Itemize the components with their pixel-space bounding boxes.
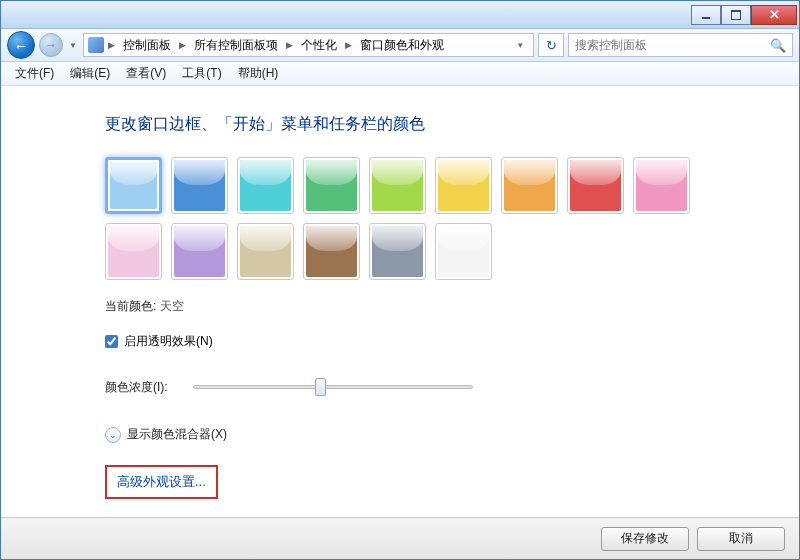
- advanced-row: 高级外观设置...: [105, 465, 799, 499]
- save-button[interactable]: 保存修改: [601, 527, 689, 551]
- transparency-checkbox[interactable]: [105, 335, 118, 348]
- color-swatch[interactable]: [105, 223, 162, 280]
- current-color-row: 当前颜色: 天空: [105, 298, 799, 315]
- back-button[interactable]: ←: [7, 31, 35, 59]
- chevron-right-icon: ▶: [106, 40, 117, 50]
- advanced-appearance-link[interactable]: 高级外观设置...: [117, 474, 206, 489]
- refresh-icon: ↻: [546, 38, 557, 53]
- content-area: 更改窗口边框、「开始」菜单和任务栏的颜色 当前颜色: 天空 启用透明效果(N) …: [1, 86, 799, 517]
- refresh-button[interactable]: ↻: [538, 33, 564, 57]
- color-swatch[interactable]: [369, 223, 426, 280]
- color-swatch[interactable]: [633, 157, 690, 214]
- breadcrumb-item[interactable]: 控制面板: [119, 35, 175, 56]
- search-box[interactable]: 🔍: [568, 33, 793, 57]
- search-icon[interactable]: 🔍: [770, 38, 786, 53]
- mixer-label: 显示颜色混合器(X): [127, 426, 227, 443]
- chevron-right-icon: ▶: [284, 40, 295, 50]
- color-swatch[interactable]: [171, 157, 228, 214]
- color-swatch[interactable]: [105, 157, 162, 214]
- breadcrumb-item[interactable]: 个性化: [297, 35, 341, 56]
- search-input[interactable]: [575, 38, 770, 52]
- color-mixer-expander[interactable]: ⌄ 显示颜色混合器(X): [105, 426, 227, 443]
- breadcrumb[interactable]: ▶ 控制面板 ▶ 所有控制面板项 ▶ 个性化 ▶ 窗口颜色和外观 ▾: [83, 33, 534, 57]
- chevron-right-icon: ▶: [343, 40, 354, 50]
- intensity-label: 颜色浓度(I):: [105, 379, 175, 396]
- minimize-button[interactable]: [691, 5, 721, 25]
- highlight-box: 高级外观设置...: [105, 465, 218, 499]
- color-swatch[interactable]: [435, 157, 492, 214]
- color-swatches: [105, 157, 705, 280]
- color-swatch[interactable]: [171, 223, 228, 280]
- menu-view[interactable]: 查看(V): [120, 63, 172, 84]
- intensity-row: 颜色浓度(I):: [105, 378, 799, 396]
- history-dropdown[interactable]: ▼: [67, 35, 79, 55]
- color-swatch[interactable]: [237, 223, 294, 280]
- arrow-right-icon: →: [45, 38, 57, 52]
- menu-edit[interactable]: 编辑(E): [64, 63, 116, 84]
- maximize-button[interactable]: [721, 5, 751, 25]
- current-color-label: 当前颜色:: [105, 298, 156, 315]
- menu-tools[interactable]: 工具(T): [176, 63, 227, 84]
- color-swatch[interactable]: [501, 157, 558, 214]
- current-color-value: 天空: [160, 298, 184, 315]
- color-swatch[interactable]: [303, 223, 360, 280]
- cancel-button[interactable]: 取消: [697, 527, 785, 551]
- slider-rail: [193, 385, 473, 389]
- menubar: 文件(F) 编辑(E) 查看(V) 工具(T) 帮助(H): [1, 62, 799, 86]
- color-swatch[interactable]: [567, 157, 624, 214]
- control-panel-icon: [88, 37, 104, 53]
- transparency-row: 启用透明效果(N): [105, 333, 799, 350]
- color-swatch[interactable]: [369, 157, 426, 214]
- menu-file[interactable]: 文件(F): [9, 63, 60, 84]
- breadcrumb-item[interactable]: 所有控制面板项: [190, 35, 282, 56]
- forward-button[interactable]: →: [39, 33, 63, 57]
- chevron-down-icon: ⌄: [105, 427, 121, 443]
- arrow-left-icon: ←: [14, 37, 29, 54]
- color-swatch[interactable]: [303, 157, 360, 214]
- color-swatch[interactable]: [435, 223, 492, 280]
- navbar: ← → ▼ ▶ 控制面板 ▶ 所有控制面板项 ▶ 个性化 ▶ 窗口颜色和外观 ▾…: [1, 29, 799, 62]
- slider-thumb[interactable]: [315, 378, 326, 396]
- intensity-slider[interactable]: [193, 378, 473, 396]
- page-title: 更改窗口边框、「开始」菜单和任务栏的颜色: [105, 114, 799, 135]
- close-button[interactable]: ✕: [751, 5, 797, 25]
- transparency-label[interactable]: 启用透明效果(N): [124, 333, 213, 350]
- titlebar: ✕: [1, 1, 799, 29]
- mixer-row: ⌄ 显示颜色混合器(X): [105, 426, 799, 443]
- window-controls: ✕: [691, 5, 797, 25]
- breadcrumb-dropdown[interactable]: ▾: [512, 40, 529, 50]
- chevron-right-icon: ▶: [177, 40, 188, 50]
- window: ✕ ← → ▼ ▶ 控制面板 ▶ 所有控制面板项 ▶ 个性化 ▶ 窗口颜色和外观…: [0, 0, 800, 560]
- breadcrumb-item[interactable]: 窗口颜色和外观: [356, 35, 448, 56]
- menu-help[interactable]: 帮助(H): [232, 63, 285, 84]
- color-swatch[interactable]: [237, 157, 294, 214]
- bottom-bar: 保存修改 取消: [1, 517, 799, 559]
